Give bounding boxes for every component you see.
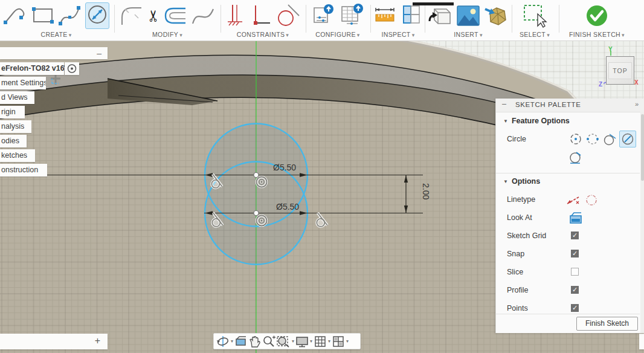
caret-icon: ▾ — [547, 32, 550, 38]
circle-center-point-lower[interactable] — [254, 211, 259, 216]
browser-document-activate[interactable] — [65, 62, 79, 75]
look-at-icon[interactable] — [234, 335, 248, 348]
circle-center-point-upper[interactable] — [254, 173, 259, 178]
browser-header[interactable]: – — [0, 47, 108, 59]
palette-scrollbar[interactable] — [640, 112, 644, 333]
select-window-icon[interactable] — [521, 3, 549, 28]
palette-scrollbar-thumb[interactable] — [641, 114, 644, 181]
center-point-circle-icon[interactable] — [568, 132, 583, 146]
linetype-label: Linetype — [507, 195, 535, 204]
toolbar-menu-constraints[interactable]: CONSTRAINTS▾ — [222, 31, 303, 38]
pan-hand-icon[interactable] — [248, 335, 262, 348]
concentric-constraint-badge[interactable] — [257, 216, 267, 226]
construction-linetype-icon[interactable] — [566, 193, 581, 207]
toolbar-menu-modify[interactable]: MODIFY▾ — [116, 31, 219, 38]
finish-sketch-check-icon[interactable] — [585, 4, 608, 27]
toolbar-group-configure: CONFIGURE▾ — [308, 0, 368, 40]
points-label: Points — [507, 304, 528, 313]
browser-collapse-icon[interactable]: – — [97, 48, 101, 59]
toolbar-menu-create[interactable]: CREATE▾ — [0, 31, 112, 38]
trim-scissors-icon[interactable]: ✂ — [146, 9, 161, 22]
sketch-palette-header[interactable]: – SKETCH PALETTE » — [496, 99, 644, 112]
perpendicular-constraint-icon[interactable] — [251, 4, 271, 28]
caret-icon[interactable]: ▾ — [292, 338, 294, 344]
timeline-bar[interactable]: + — [0, 334, 108, 349]
look-at-icon[interactable] — [568, 211, 583, 225]
configure-feature-icon[interactable] — [311, 3, 336, 28]
sketch-profile-fill[interactable] — [205, 123, 308, 264]
finish-sketch-button[interactable]: Finish Sketch — [576, 317, 638, 331]
caret-icon[interactable]: ▾ — [328, 338, 330, 344]
measure-icon[interactable] — [374, 5, 396, 27]
midplane-constraint-icon[interactable] — [225, 4, 247, 28]
viewcube[interactable]: TOP — [606, 56, 634, 85]
spline-edit-icon[interactable] — [192, 5, 214, 26]
spline-tool-icon[interactable] — [59, 4, 82, 28]
browser-item-analysis[interactable]: nalysis — [0, 120, 31, 133]
viewcube-top-face[interactable]: TOP — [608, 62, 631, 79]
center-diameter-circle-selected[interactable] — [619, 131, 636, 147]
browser-item-document[interactable]: eFrelon-TO82 v16 — [0, 62, 64, 75]
palette-collapse-icon[interactable]: – — [502, 100, 506, 108]
sketch-grid-checkbox[interactable] — [571, 232, 579, 239]
options-header[interactable]: ▼Options — [503, 177, 540, 186]
slice-checkbox[interactable] — [571, 268, 579, 276]
snap-checkbox[interactable] — [571, 250, 579, 257]
toolbar-menu-inspect[interactable]: INSPECT▾ — [372, 31, 424, 38]
two-point-circle-icon[interactable] — [585, 132, 600, 146]
browser-item-bodies[interactable]: odies — [0, 135, 27, 147]
browser-item-named-views[interactable]: d Views — [0, 91, 34, 104]
caret-icon: ▾ — [357, 32, 360, 38]
look-at-label: Look At — [507, 213, 532, 222]
configuration-table-icon[interactable] — [340, 3, 365, 28]
insert-derive-icon[interactable] — [427, 3, 452, 28]
sketch-palette-panel: – SKETCH PALETTE » ▼Feature Options Circ… — [495, 99, 644, 333]
palette-dock-icon[interactable]: » — [635, 100, 639, 108]
toolbar-menu-select[interactable]: SELECT▾ — [514, 31, 556, 38]
browser-item-origin[interactable]: rigin — [0, 106, 25, 118]
insert-mesh-icon[interactable] — [484, 3, 509, 28]
orbit-icon[interactable] — [216, 335, 230, 348]
three-point-circle-icon[interactable] — [602, 132, 617, 146]
offset-tool-icon[interactable] — [164, 7, 188, 25]
tangent-circle-icon[interactable] — [568, 150, 583, 164]
section-analysis-icon[interactable] — [399, 4, 422, 28]
concentric-constraint-badge[interactable] — [257, 177, 267, 187]
dimension-lower-label[interactable]: Ø5.50 — [276, 202, 299, 212]
tangent-constraint-icon[interactable] — [275, 4, 300, 28]
browser-item-construction[interactable]: onstruction — [0, 164, 47, 176]
rectangle-tool-icon[interactable] — [31, 5, 55, 27]
toolbar-menu-finish-sketch[interactable]: FINISH SKETCH▾ — [561, 31, 633, 38]
toolbar-menu-configure[interactable]: CONFIGURE▾ — [308, 31, 368, 38]
dimension-upper-label[interactable]: Ø5.50 — [273, 163, 296, 172]
viewcube-x-axis-label[interactable]: X — [634, 79, 639, 86]
grid-settings-icon[interactable] — [314, 335, 327, 348]
viewcube-z-axis-label[interactable]: Z — [599, 81, 602, 88]
zoom-icon[interactable] — [262, 335, 275, 348]
viewcube-y-axis-label[interactable]: Y — [608, 46, 613, 53]
viewports-icon[interactable] — [332, 335, 345, 348]
circle-tool-active-highlight[interactable] — [85, 2, 109, 29]
insert-canvas-icon[interactable] — [456, 4, 480, 27]
toolbar-group-insert: INSERT▾ — [427, 0, 510, 40]
display-settings-icon[interactable] — [295, 335, 309, 348]
caret-icon[interactable]: ▾ — [346, 338, 349, 344]
toolbar-menu-insert[interactable]: INSERT▾ — [427, 31, 510, 38]
toolbar-group-create: CREATE▾ — [0, 0, 112, 40]
caret-icon[interactable]: ▾ — [310, 338, 312, 344]
window-zoom-icon[interactable] — [276, 335, 291, 348]
line-tool-icon[interactable] — [3, 4, 27, 28]
points-checkbox[interactable] — [571, 304, 579, 312]
centerline-linetype-icon[interactable] — [584, 193, 599, 207]
feature-options-header[interactable]: ▼Feature Options — [503, 117, 570, 125]
dimension-vertical-label[interactable]: 2.00 — [421, 183, 431, 199]
circle-tool-icon[interactable] — [87, 4, 108, 25]
browser-item-sketches[interactable]: ketches — [0, 149, 35, 162]
expand-plus-icon[interactable]: + — [95, 335, 100, 346]
fusion360-window: Ø5.50 Ø5.50 2.00 — [0, 0, 644, 353]
fillet-tool-icon[interactable] — [120, 4, 143, 27]
profile-checkbox[interactable] — [571, 286, 579, 294]
caret-icon[interactable]: ▾ — [231, 338, 233, 344]
radio-active-icon — [65, 62, 79, 75]
browser-item-document-settings[interactable]: ment Settings — [0, 77, 46, 89]
